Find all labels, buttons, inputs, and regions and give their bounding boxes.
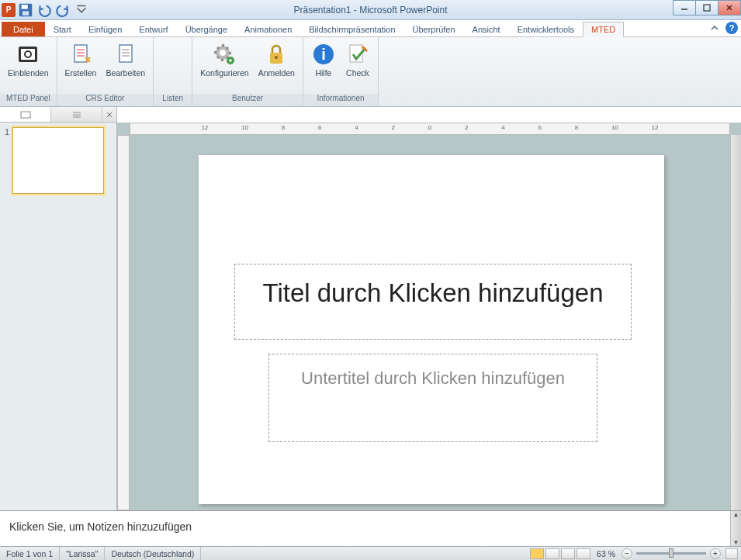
tab-mted[interactable]: MTED <box>583 22 624 37</box>
fit-to-window-button[interactable] <box>725 548 738 559</box>
undo-button[interactable] <box>36 2 53 18</box>
bearbeiten-label: Bearbeiten <box>106 68 145 78</box>
check-button[interactable]: Check <box>341 40 375 79</box>
slide-canvas[interactable]: Titel durch Klicken hinzufügen Untertite… <box>199 155 664 504</box>
title-bar: P Präsentation1 - Microsoft PowerPoint <box>0 0 741 20</box>
subtitle-placeholder[interactable]: Untertitel durch Klicken hinzufügen <box>268 354 597 442</box>
gear-icon <box>212 42 237 67</box>
help-button[interactable]: ? <box>725 22 738 34</box>
hilfe-label: Hilfe <box>315 68 331 78</box>
zoom-level[interactable]: 63 % <box>597 549 615 558</box>
tab-ueberpruefen[interactable]: Überprüfen <box>404 22 464 36</box>
zoom-out-button[interactable]: − <box>622 548 632 559</box>
status-theme[interactable]: "Larissa" <box>60 547 105 560</box>
svg-rect-5 <box>704 5 710 11</box>
check-icon <box>345 42 370 67</box>
thumbnail-pane-header <box>0 107 117 123</box>
outline-tab[interactable] <box>51 107 102 122</box>
group-label-benutzer: Benutzer <box>192 94 303 106</box>
close-button[interactable] <box>718 0 741 16</box>
title-placeholder[interactable]: Titel durch Klicken hinzufügen <box>234 264 632 340</box>
vertical-ruler[interactable] <box>117 135 130 510</box>
ribbon: Einblenden MTED Panel Erstellen Bearbeit… <box>0 37 741 107</box>
tab-bildschirmpraesentation[interactable]: Bildschirmpräsentation <box>300 22 403 36</box>
konfigurieren-label: Konfigurieren <box>200 68 248 78</box>
erstellen-button[interactable]: Erstellen <box>61 40 102 79</box>
check-label: Check <box>346 68 369 78</box>
notes-input[interactable]: Klicken Sie, um Notizen hinzuzufügen <box>0 511 730 546</box>
subtitle-placeholder-text: Untertitel durch Klicken hinzufügen <box>301 368 565 389</box>
tab-ansicht[interactable]: Ansicht <box>464 22 509 36</box>
save-button[interactable] <box>17 2 34 18</box>
ribbon-group-informationen: i Hilfe Check Informationen <box>303 37 379 106</box>
info-icon: i <box>311 42 336 67</box>
quick-access-toolbar: P <box>0 2 90 18</box>
einblenden-label: Einblenden <box>8 68 49 78</box>
notes-scrollbar[interactable]: ▲▼ <box>730 511 741 546</box>
powerpoint-icon[interactable]: P <box>2 3 16 17</box>
konfigurieren-button[interactable]: Konfigurieren <box>196 40 253 79</box>
svg-text:i: i <box>321 46 326 63</box>
window-controls <box>673 0 741 16</box>
tab-file[interactable]: Datei <box>2 22 45 36</box>
tab-einfuegen[interactable]: Einfügen <box>80 22 130 36</box>
title-placeholder-text: Titel durch Klicken hinzufügen <box>262 278 603 308</box>
svg-rect-1 <box>22 5 28 9</box>
erstellen-label: Erstellen <box>65 68 97 78</box>
zoom-slider[interactable] <box>636 552 706 555</box>
ribbon-group-mted-panel: Einblenden MTED Panel <box>0 37 57 106</box>
svg-rect-15 <box>119 45 132 62</box>
group-label-crs-editor: CRS Editor <box>57 94 154 106</box>
group-label-mted-panel: MTED Panel <box>0 94 57 106</box>
slideshow-view-button[interactable] <box>577 548 590 559</box>
document-edit-icon <box>113 42 138 67</box>
slide-editor: 12108642024681012 Titel durch Klicken hi… <box>117 123 741 510</box>
zoom-in-button[interactable]: + <box>710 548 721 559</box>
hilfe-button[interactable]: i Hilfe <box>306 40 341 79</box>
group-label-informationen: Informationen <box>303 94 378 106</box>
minimize-ribbon-button[interactable] <box>708 22 721 34</box>
einblenden-button[interactable]: Einblenden <box>3 40 54 79</box>
notes-pane: Klicken Sie, um Notizen hinzuzufügen ▲▼ <box>0 510 741 546</box>
tab-entwicklertools[interactable]: Entwicklertools <box>509 22 583 36</box>
svg-rect-2 <box>23 11 29 16</box>
ribbon-group-crs-editor: Erstellen Bearbeiten CRS Editor <box>57 37 154 106</box>
anmelden-button[interactable]: Anmelden <box>254 40 300 79</box>
status-slide-info[interactable]: Folie 1 von 1 <box>0 547 60 560</box>
svg-rect-11 <box>74 45 87 62</box>
status-language[interactable]: Deutsch (Deutschland) <box>105 547 201 560</box>
ribbon-group-benutzer: Konfigurieren Anmelden Benutzer <box>192 37 303 106</box>
lock-icon <box>264 42 289 67</box>
close-pane-button[interactable] <box>102 111 116 119</box>
svg-point-23 <box>275 56 278 59</box>
slide-sorter-view-button[interactable] <box>545 548 559 559</box>
vertical-scrollbar[interactable] <box>730 135 741 510</box>
redo-button[interactable] <box>54 2 71 18</box>
reading-view-button[interactable] <box>561 548 575 559</box>
slide-thumbnail-1[interactable]: 1 <box>5 127 112 194</box>
tab-animationen[interactable]: Animationen <box>236 22 300 36</box>
bearbeiten-button[interactable]: Bearbeiten <box>101 40 150 79</box>
ribbon-group-listen: Listen <box>154 37 192 106</box>
horizontal-ruler[interactable]: 12108642024681012 <box>130 123 730 135</box>
status-bar: Folie 1 von 1 "Larissa" Deutsch (Deutsch… <box>0 546 741 560</box>
qat-customize-button[interactable] <box>73 2 90 18</box>
svg-rect-27 <box>21 112 30 118</box>
slide-number: 1 <box>5 127 9 194</box>
window-title: Präsentation1 - Microsoft PowerPoint <box>293 5 447 16</box>
zoom-slider-thumb[interactable] <box>669 548 673 558</box>
tab-uebergaenge[interactable]: Übergänge <box>177 22 236 36</box>
normal-view-button[interactable] <box>530 548 544 559</box>
body-area: 1 12108642024681012 Titel durch Klicken … <box>0 107 741 546</box>
slide-thumbnail-preview[interactable] <box>12 127 104 194</box>
tab-entwurf[interactable]: Entwurf <box>130 22 176 36</box>
document-new-icon <box>68 42 93 67</box>
slides-tab[interactable] <box>0 107 51 122</box>
minimize-button[interactable] <box>673 0 696 16</box>
tab-start[interactable]: Start <box>45 22 80 36</box>
ribbon-tabs: Datei Start Einfügen Entwurf Übergänge A… <box>0 20 741 37</box>
panel-icon <box>16 42 40 67</box>
maximize-button[interactable] <box>695 0 718 16</box>
thumbnail-pane[interactable]: 1 <box>0 123 117 510</box>
anmelden-label: Anmelden <box>258 68 295 78</box>
